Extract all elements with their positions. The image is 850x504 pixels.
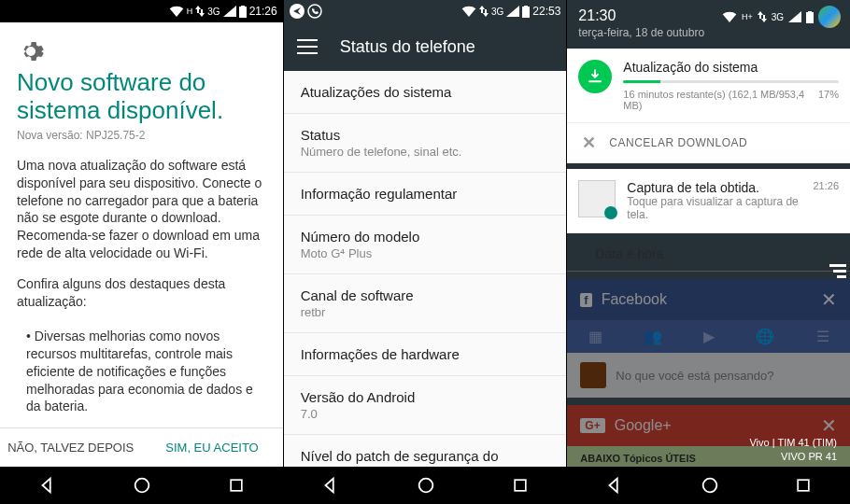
globe-icon: 🌐 (756, 328, 774, 345)
download-remaining: 16 minutos restante(s) (162,1 MB/953,4 M… (623, 89, 818, 111)
nav-back-icon[interactable] (37, 475, 58, 496)
shade-status-icons: H+ 3G (722, 6, 841, 28)
nav-recent-icon[interactable] (794, 476, 813, 495)
status-h: H (187, 7, 193, 16)
update-content: Novo software do sistema disponível. Nov… (0, 22, 283, 427)
screen-phone-status: 3G 22:53 Status do telefone Atualizações… (283, 0, 567, 504)
item-security-patch[interactable]: Nível do patch de segurança do Android 1… (284, 435, 567, 467)
screenshot-notification[interactable]: Captura de tela obtida. Toque para visua… (567, 169, 850, 233)
status-net: 3G (207, 7, 220, 17)
svg-rect-1 (231, 480, 242, 491)
update-bullet-1: • Diversas melhorias como novos recursos… (17, 328, 266, 415)
status-hplus: H+ (742, 12, 753, 21)
svg-point-4 (419, 479, 433, 493)
menu-icon[interactable] (297, 39, 318, 54)
friends-icon: 👥 (644, 328, 662, 345)
wifi-icon (722, 11, 737, 22)
nav-bar (0, 467, 283, 504)
shade-header[interactable]: 21:30 terça-feira, 18 de outubro H+ 3G (567, 0, 850, 49)
notification-area: Atualização do sistema 16 minutos restan… (567, 49, 850, 467)
battery-icon (239, 6, 247, 18)
svg-rect-5 (515, 480, 526, 491)
nav-bar (284, 467, 567, 504)
whatsapp-icon (307, 4, 322, 19)
menu-icon: ☰ (816, 328, 829, 345)
status-time: 22:53 (532, 5, 560, 18)
carrier-info: Vivo | TIM 41 (TIM) VIVO PR 41 (749, 436, 837, 463)
status-time: 21:26 (249, 5, 277, 18)
signal-icon (788, 11, 801, 22)
nav-home-icon[interactable] (132, 475, 152, 496)
googleplus-icon: G+ (580, 418, 604, 433)
nav-home-icon[interactable] (416, 475, 436, 496)
facebook-tabs: ▦ 👥 ▶ 🌐 ☰ (567, 320, 850, 353)
update-version: Nova versão: NPJ25.75-2 (17, 129, 266, 142)
update-description: Uma nova atualização do software está di… (17, 157, 266, 262)
status-bar: H 3G 21:26 (0, 0, 283, 22)
battery-icon (522, 6, 530, 18)
download-icon (578, 60, 612, 93)
signal-updown-icon (195, 6, 205, 17)
item-android-version[interactable]: Versão do Android 7.0 (284, 376, 567, 435)
nav-bar (567, 467, 850, 504)
bg-datetime: Data e hora (567, 237, 850, 272)
close-icon: ✕ (821, 288, 837, 311)
facebook-composer: No que você está pensando? (567, 353, 850, 398)
nav-home-icon[interactable] (700, 475, 720, 496)
background-content: Data e hora f Facebook ✕ ▦ 👥 ▶ 🌐 ☰ No qu… (567, 233, 850, 467)
battery-icon (806, 11, 814, 23)
status-net: 3G (491, 7, 503, 17)
item-status[interactable]: Status Número de telefone, sinal etc. (284, 114, 567, 173)
app-bar: Status do telefone (284, 22, 567, 71)
user-avatar-small (580, 362, 606, 388)
wifi-icon (169, 6, 184, 17)
nav-back-icon[interactable] (320, 475, 341, 496)
screenshot-thumbnail (578, 180, 616, 217)
update-title: Novo software do sistema disponível. (17, 69, 266, 125)
progress-bar (623, 80, 839, 83)
item-hardware[interactable]: Informações de hardware (284, 333, 567, 376)
signal-icon (506, 6, 519, 17)
wifi-icon (461, 6, 476, 17)
item-system-updates[interactable]: Atualizações do sistema (284, 71, 567, 114)
screenshot-time: 21:26 (813, 180, 839, 221)
video-icon: ▶ (703, 328, 715, 345)
signal-updown-icon (479, 6, 489, 17)
cancel-download-button[interactable]: ✕ CANCELAR DOWNLOAD (567, 122, 850, 162)
svg-point-0 (135, 479, 149, 493)
nav-back-icon[interactable] (604, 475, 625, 496)
screenshot-title: Captura de tela obtida. (627, 180, 801, 195)
nav-recent-icon[interactable] (227, 476, 246, 495)
close-icon: ✕ (582, 133, 596, 153)
status-list[interactable]: Atualizações do sistema Status Número de… (284, 71, 567, 467)
screen-notification-shade: 21:30 terça-feira, 18 de outubro H+ 3G A… (566, 0, 850, 504)
user-avatar[interactable] (818, 6, 841, 28)
feed-icon: ▦ (588, 328, 602, 345)
nav-recent-icon[interactable] (511, 476, 530, 495)
item-channel[interactable]: Canal de software retbr (284, 274, 567, 333)
screen-software-update: H 3G 21:26 Novo software do sistema disp… (0, 0, 283, 504)
appbar-title: Status do telefone (340, 37, 475, 57)
send-circle-icon (290, 4, 305, 19)
item-model[interactable]: Número do modelo Moto G⁴ Plus (284, 216, 567, 274)
settings-gear-icon (17, 37, 45, 65)
status-bar: 3G 22:53 (284, 0, 567, 22)
accept-button[interactable]: SIM, EU ACEITO (141, 428, 282, 467)
item-regulatory[interactable]: Informação regulamentar (284, 173, 567, 216)
shade-handle-icon[interactable] (829, 261, 846, 281)
screenshot-subtitle: Toque para visualizar a captura de tela. (627, 195, 801, 221)
status-net: 3G (772, 12, 784, 22)
signal-updown-icon (758, 11, 767, 22)
download-notification[interactable]: Atualização do sistema 16 minutos restan… (567, 49, 850, 163)
download-percent: 17% (818, 89, 839, 111)
decline-button[interactable]: NÃO, TALVEZ DEPOIS (0, 428, 141, 467)
action-bar: NÃO, TALVEZ DEPOIS SIM, EU ACEITO (0, 427, 283, 467)
download-title: Atualização do sistema (623, 60, 839, 75)
facebook-app-icon: f (580, 293, 591, 307)
facebook-card: f Facebook ✕ (567, 279, 850, 320)
shade-date: terça-feira, 18 de outubro (578, 26, 839, 39)
close-icon: ✕ (821, 414, 837, 437)
svg-rect-7 (798, 480, 809, 491)
svg-point-6 (702, 479, 716, 493)
update-highlights-intro: Confira alguns dos destaques desta atual… (17, 275, 266, 311)
